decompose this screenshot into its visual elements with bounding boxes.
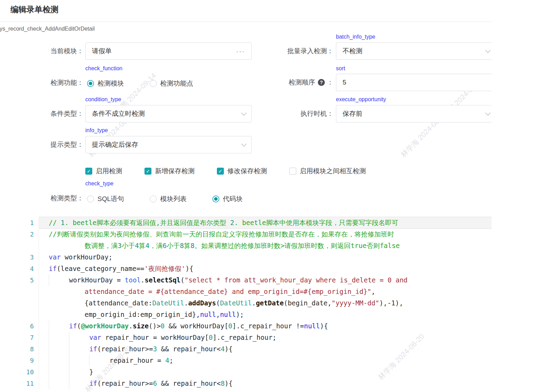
radio-unselected-icon[interactable]: [150, 195, 157, 202]
code-line[interactable]: attendance_date = #{attendance_date} and…: [0, 286, 492, 297]
code-editor[interactable]: 1// 1. beetle脚本必须要有返回值,并且返回值是布尔类型 2. bee…: [0, 217, 492, 389]
radio-unselected-icon[interactable]: [150, 80, 157, 87]
code-line[interactable]: 10}: [0, 366, 492, 378]
field-link-check-type[interactable]: check_type: [85, 181, 113, 187]
field-link-sort[interactable]: sort: [336, 65, 345, 72]
sort-label-text: 检测顺序: [289, 78, 315, 87]
code-line[interactable]: 数调整，满3小于4算4，满6小于8算8。如果调整过的抢修加班时数>请假加班时数，…: [0, 240, 492, 251]
field-link-execute-opportunity[interactable]: execute_opportunity: [336, 96, 386, 103]
checkbox-checked-icon[interactable]: ✓: [85, 168, 92, 175]
code-line-content[interactable]: if(repair_hour>=6 && repair_hour<8){: [39, 378, 492, 389]
indent-guide: [69, 343, 89, 355]
checkbox-label: 启用模块之间相互检测: [300, 167, 366, 176]
current-module-input[interactable]: 请假单 ···: [85, 42, 252, 60]
code-line[interactable]: 9repair_hour = 4;: [0, 355, 492, 366]
code-line[interactable]: 2//判断请假类别如果为夜间抢修假、则查询前一天的日报自定义字段抢修加班时数是否…: [0, 229, 492, 240]
code-line-content[interactable]: attendance_date = #{attendance_date} and…: [39, 286, 492, 297]
checkbox-checked-icon[interactable]: ✓: [144, 168, 151, 175]
code-line[interactable]: emp_origin_id:emp_origin_id},null,null);: [0, 309, 492, 320]
check-function-radio-group: 检测模块检测功能点: [87, 79, 193, 88]
condition-type-select[interactable]: 条件不成立时检测: [85, 105, 252, 122]
radio-option[interactable]: SQL语句: [87, 194, 124, 203]
check-type-radio-group: SQL语句模块列表代码块: [87, 194, 243, 203]
line-number: [0, 240, 39, 251]
code-line-content[interactable]: //判断请假类别如果为夜间抢修假、则查询前一天的日报自定义字段抢修加班时数是否存…: [39, 229, 492, 240]
radio-label: 模块列表: [160, 194, 187, 203]
code-token: var: [89, 334, 101, 341]
code-line-content[interactable]: var repair_hour = workHourDay[0].c_repai…: [39, 332, 492, 343]
info-type-label: 提示类型：: [14, 136, 84, 153]
code-token: 0: [209, 334, 213, 341]
record-check-edit-page: 邱俊鹏 2024-09-14林学海 2024-08-20邱俊鹏 2024-09-…: [0, 0, 533, 392]
execute-opportunity-select[interactable]: 保存前: [336, 105, 492, 122]
radio-label: SQL语句: [97, 194, 124, 203]
batch-info-type-select[interactable]: 不检测: [336, 42, 492, 60]
checkbox-unchecked-icon[interactable]: [289, 168, 296, 175]
sort-input[interactable]: 5: [336, 74, 492, 91]
checkbox-option[interactable]: 启用模块之间相互检测: [289, 167, 366, 176]
module-picker-button[interactable]: ···: [236, 47, 245, 55]
radio-option[interactable]: 代码块: [212, 194, 243, 203]
code-line[interactable]: 7var repair_hour = workHourDay[0].c_repa…: [0, 332, 492, 343]
code-token: tool: [125, 276, 141, 284]
code-line-content[interactable]: var workHourDay;: [39, 251, 492, 263]
code-token: null: [304, 322, 320, 330]
code-token: .: [129, 322, 133, 330]
radio-selected-icon[interactable]: [212, 195, 219, 202]
code-token: DateUtil: [152, 299, 184, 307]
field-link-batch-info-type[interactable]: batch_info_type: [336, 34, 375, 40]
code-line-content[interactable]: if(repair_hour>=3 && repair_hour<4){: [39, 343, 492, 355]
code-line[interactable]: 1// 1. beetle脚本必须要有返回值,并且返回值是布尔类型 2. bee…: [0, 217, 492, 229]
code-line-content[interactable]: if(@workHourDay.size()>0 && workHourDay[…: [39, 320, 492, 332]
code-token: @workHourDay: [81, 322, 129, 330]
code-token: 8: [221, 379, 225, 387]
code-token: 4: [165, 357, 169, 364]
code-token: 4: [146, 242, 149, 249]
code-token: ;: [169, 357, 173, 364]
checkbox-checked-icon[interactable]: ✓: [217, 168, 224, 175]
code-line-content[interactable]: {attendance_date:DateUtil.addDays(DateUt…: [39, 297, 492, 309]
checkbox-option[interactable]: ✓启用检测: [85, 167, 122, 176]
code-token: && repair_hour<: [157, 379, 221, 387]
code-line-content[interactable]: emp_origin_id:emp_origin_id},null,null);: [39, 309, 492, 320]
help-icon[interactable]: ?: [318, 79, 325, 86]
code-token: );: [236, 311, 244, 318]
radio-option[interactable]: 检测功能点: [150, 79, 193, 88]
checkbox-label: 新增保存检测: [155, 167, 195, 176]
radio-option[interactable]: 模块列表: [150, 194, 187, 203]
form-key-label: sys_record_check_AddAndEditOrDetail: [0, 26, 95, 32]
code-line-content[interactable]: if(leave_category_name=='夜间抢修假'){: [39, 263, 492, 274]
radio-option[interactable]: 检测模块: [87, 79, 124, 88]
code-token: 8: [180, 242, 184, 249]
code-token: 否则: [367, 242, 380, 249]
field-link-info-type[interactable]: info_type: [85, 127, 108, 134]
code-line[interactable]: 6if(@workHourDay.size()>0 && workHourDay…: [0, 320, 492, 332]
radio-unselected-icon[interactable]: [87, 195, 94, 202]
code-line-content[interactable]: 数调整，满3小于4算4，满6小于8算8。如果调整过的抢修加班时数>请假加班时数，…: [39, 240, 492, 251]
code-token: .: [252, 299, 256, 307]
code-line-content[interactable]: workHourDay = tool.selectSql("select * f…: [39, 274, 492, 286]
code-token: 数调整，满: [49, 242, 118, 249]
code-token: addDays: [188, 299, 216, 307]
code-line[interactable]: 4if(leave_category_name=='夜间抢修假'){: [0, 263, 492, 274]
code-line[interactable]: 5workHourDay = tool.selectSql("select * …: [0, 274, 492, 286]
code-token: //判断请假类别如果为夜间抢修假、则查询前一天的日报自定义字段抢修加班时数是否存…: [49, 230, 394, 238]
code-token: 。如果调整过的抢修加班时数>请假加班时数，则返回: [195, 242, 351, 249]
code-line[interactable]: {attendance_date:DateUtil.addDays(DateUt…: [0, 297, 492, 309]
code-token: "select * from att_work_hour_day where i…: [185, 276, 408, 284]
code-line[interactable]: 11if(repair_hour>=6 && repair_hour<8){: [0, 378, 492, 389]
field-link-condition-type[interactable]: condition_type: [85, 96, 121, 103]
code-token: 小于: [122, 242, 135, 249]
code-line[interactable]: 8if(repair_hour>=3 && repair_hour<4){: [0, 343, 492, 355]
code-token: 小于: [167, 242, 180, 249]
field-link-check-function[interactable]: check_function: [85, 65, 123, 72]
radio-selected-icon[interactable]: [87, 80, 94, 87]
code-line[interactable]: 3var workHourDay;: [0, 251, 492, 263]
batch-info-type-value: 不检测: [343, 47, 362, 56]
checkbox-option[interactable]: ✓新增保存检测: [144, 167, 195, 176]
checkbox-option[interactable]: ✓修改保存检测: [217, 167, 267, 176]
code-line-content[interactable]: repair_hour = 4;: [39, 355, 492, 366]
code-line-content[interactable]: // 1. beetle脚本必须要有返回值,并且返回值是布尔类型 2. beet…: [39, 217, 492, 229]
info-type-select[interactable]: 提示确定后保存: [85, 136, 252, 153]
code-line-content[interactable]: }: [39, 366, 492, 378]
